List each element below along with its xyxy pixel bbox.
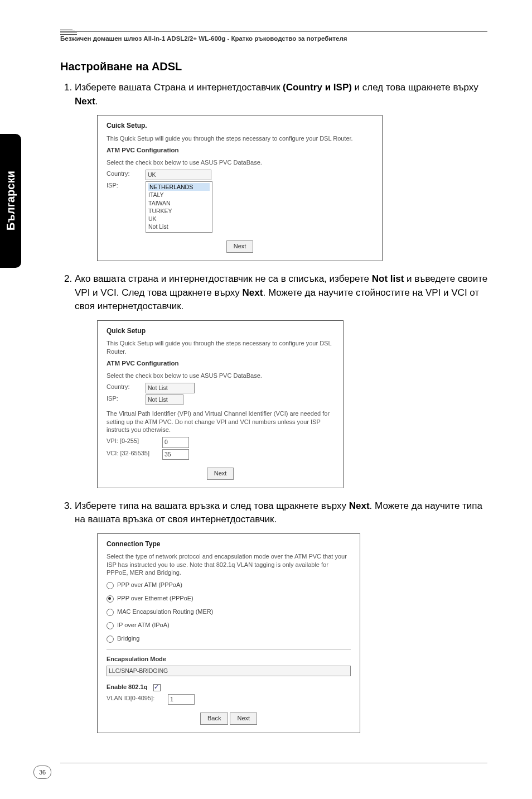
ss2-country-label: Country: [107,383,146,392]
ss1-isp-opt-0[interactable]: NETHERLANDS [148,183,210,191]
ss3-option-pppoe[interactable]: PPP over Ethernet (PPPoE) [107,594,351,603]
ss2-next-button[interactable]: Next [207,468,234,480]
radio-icon [107,582,114,589]
checkbox-checked-icon[interactable] [153,684,161,691]
step-1: Изберете вашата Страна и интернетдоставч… [75,81,490,261]
step-3-text: Изберете типа на вашата връзка и след то… [75,500,482,525]
ss3-option-ipoa-label: IP over ATM (IPoA) [117,622,170,628]
ss2-country-select[interactable]: Not List [146,383,195,393]
screenshot-connection-type: Connection Type Select the type of netwo… [97,533,360,733]
ss1-title: Cuick Setup. [107,121,373,131]
screenshot-quick-setup-1: Cuick Setup. This Quick Setup will guide… [97,115,383,261]
steps-list: Изберете вашата Страна и интернетдоставч… [60,81,490,733]
ss3-option-bridging[interactable]: Bridging [107,634,351,643]
ss2-desc: This Quick Setup will guide you through … [107,339,334,355]
ss2-subtitle: ATM PVC Configuration [107,359,334,368]
ss3-vlan-input[interactable]: 1 [168,694,195,705]
ss2-vpi-input[interactable]: 0 [162,437,189,447]
ss1-isp-opt-5[interactable]: Not List [148,223,210,230]
ss1-country-select[interactable]: UK [146,170,211,180]
ss3-encap-select[interactable]: LLC/SNAP-BRIDGING [107,666,351,676]
main-content: Настройване на ADSL Изберете вашата Стра… [60,60,490,744]
ss3-option-pppoe-label: PPP over Ethernet (PPPoE) [117,595,194,601]
ss2-isp-label: ISP: [107,394,146,403]
step-2: Ако вашата страна и интернетдоставчик не… [75,272,490,488]
ss1-isp-opt-4[interactable]: UK [148,215,210,223]
language-tab: Български [0,134,21,268]
ss1-isp-opt-2[interactable]: TAIWAN [148,199,210,207]
step-1-bold-1: (Country и ISP) [283,82,352,93]
ss1-desc: This Quick Setup will guide you through … [107,134,373,142]
radio-icon [107,636,114,643]
step-1-bold-2: Next [75,96,95,107]
section-title: Настройване на ADSL [60,60,490,73]
ss3-back-button[interactable]: Back [200,713,228,725]
ss2-title: Quick Setup [107,326,334,336]
ss3-option-bridging-label: Bridging [117,635,139,642]
ss3-option-pppoa-label: PPP over ATM (PPPoA) [117,581,182,588]
separator [107,649,351,649]
ss2-vpi-label: VPI: [0-255] [107,437,162,446]
ss3-option-mer[interactable]: MAC Encapsulation Routing (MER) [107,608,351,617]
ss1-isp-label: ISP: [107,181,146,190]
ss1-isp-opt-1[interactable]: ITALY [148,191,210,199]
ss1-subtitle: ATM PVC Configuration [107,146,373,155]
ss2-desc2: Select the check box below to use ASUS P… [107,372,334,379]
ss1-next-button[interactable]: Next [226,240,254,253]
ss3-next-button[interactable]: Next [230,713,257,725]
step-2-bold-1: Not list [372,273,404,284]
step-3-bold-1: Next [349,500,370,511]
ss3-option-ipoa[interactable]: IP over ATM (IPoA) [107,621,351,630]
step-2-bold-2: Next [243,287,263,298]
ss2-isp-select[interactable]: Not List [146,394,183,405]
page-number: 36 [33,766,51,779]
ss1-isp-opt-3[interactable]: TURKEY [148,207,210,215]
language-tab-label: Български [4,171,17,231]
step-3: Изберете типа на вашата връзка и след то… [75,499,490,734]
ss3-desc: Select the type of network protocol and … [107,552,351,576]
header-text: Безжичен домашен шлюз All-in-1 ADSL2/2+ … [60,35,347,42]
screenshot-quick-setup-2: Quick Setup This Quick Setup will guide … [97,320,344,488]
ss3-title: Connection Type [107,540,351,549]
ss3-enable-label: Enable 802.1q [107,684,147,690]
ss2-vci-label: VCI: [32-65535] [107,449,162,458]
step-1-text: Изберете вашата Страна и интернетдоставч… [75,82,478,107]
ss1-desc2: Select the check box below to use ASUS P… [107,158,373,166]
ss3-vlan-label: VLAN ID[0-4095]: [107,694,168,703]
footer-line [60,763,487,763]
ss3-option-pppoa[interactable]: PPP over ATM (PPPoA) [107,581,351,590]
radio-checked-icon [107,595,114,603]
step-2-text: Ако вашата страна и интернетдоставчик не… [75,273,487,311]
radio-icon [107,622,114,629]
radio-icon [107,609,114,616]
page-header: Безжичен домашен шлюз All-in-1 ADSL2/2+ … [60,31,487,43]
ss2-vci-input[interactable]: 35 [162,449,189,460]
ss2-desc3: The Virtual Path Identifier (VPI) and Vi… [107,410,334,434]
ss1-isp-listbox[interactable]: NETHERLANDS ITALY TAIWAN TURKEY UK Not L… [146,181,212,233]
ss1-country-label: Country: [107,170,146,179]
ss3-option-mer-label: MAC Encapsulation Routing (MER) [117,608,213,615]
ss3-encap-label: Encapsulation Mode [107,655,351,664]
